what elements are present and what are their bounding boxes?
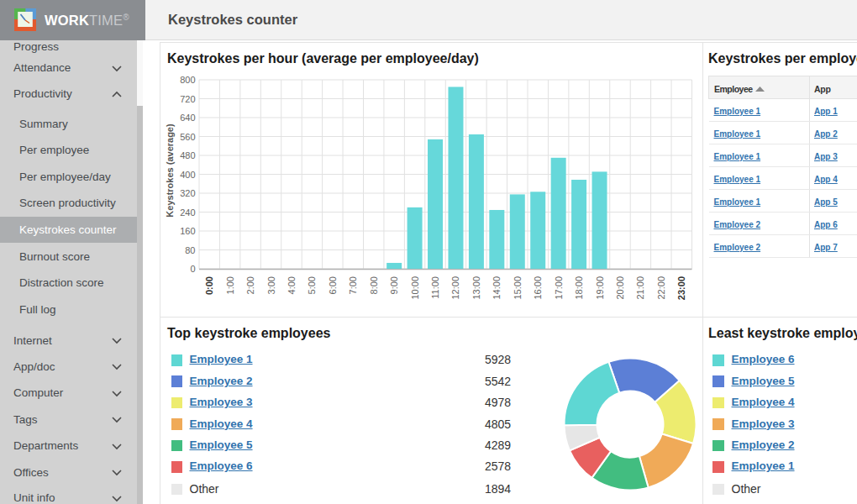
svg-text:17:00: 17:00 xyxy=(554,276,564,300)
svg-text:10:00: 10:00 xyxy=(410,276,420,300)
svg-text:560: 560 xyxy=(180,132,195,142)
svg-text:480: 480 xyxy=(180,150,195,160)
svg-text:15:00: 15:00 xyxy=(513,276,523,300)
svg-text:1:00: 1:00 xyxy=(225,276,235,294)
svg-text:6:00: 6:00 xyxy=(328,276,338,294)
svg-text:8:00: 8:00 xyxy=(369,276,379,294)
svg-text:720: 720 xyxy=(180,94,195,104)
svg-text:240: 240 xyxy=(180,207,195,218)
svg-text:9:00: 9:00 xyxy=(389,276,399,294)
svg-text:0:00: 0:00 xyxy=(204,276,214,295)
svg-text:11:00: 11:00 xyxy=(430,276,440,299)
svg-text:400: 400 xyxy=(180,170,195,180)
svg-text:Keystrokes (average): Keystrokes (average) xyxy=(165,123,175,218)
svg-text:14:00: 14:00 xyxy=(492,276,502,300)
svg-text:19:00: 19:00 xyxy=(595,276,605,300)
svg-text:0: 0 xyxy=(190,264,195,274)
svg-text:23:00: 23:00 xyxy=(676,276,686,300)
svg-text:22:00: 22:00 xyxy=(656,276,666,300)
svg-text:640: 640 xyxy=(180,113,195,123)
svg-text:7:00: 7:00 xyxy=(348,276,358,294)
svg-text:Keystrokes per hour (average p: Keystrokes per hour (average per employe… xyxy=(167,51,479,66)
svg-text:16:00: 16:00 xyxy=(533,276,543,300)
svg-text:18:00: 18:00 xyxy=(574,276,584,300)
svg-text:13:00: 13:00 xyxy=(471,276,481,300)
svg-text:800: 800 xyxy=(180,75,195,85)
svg-text:2:00: 2:00 xyxy=(245,276,255,294)
svg-text:12:00: 12:00 xyxy=(450,276,460,300)
svg-text:4:00: 4:00 xyxy=(287,276,297,294)
svg-text:5:00: 5:00 xyxy=(307,276,317,294)
svg-text:3:00: 3:00 xyxy=(266,276,276,294)
svg-text:160: 160 xyxy=(180,226,195,236)
svg-text:320: 320 xyxy=(180,188,195,198)
svg-text:80: 80 xyxy=(185,245,195,255)
svg-text:20:00: 20:00 xyxy=(615,276,625,300)
svg-text:21:00: 21:00 xyxy=(635,276,645,300)
